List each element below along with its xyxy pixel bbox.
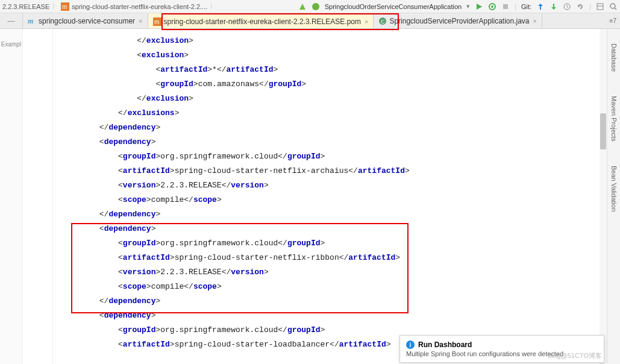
xml-tag: artifactId	[227, 65, 274, 74]
search-icon[interactable]	[609, 2, 618, 11]
editor-tabs: — m springcloud-service-consumer × m spr…	[0, 13, 620, 29]
minimize-icon[interactable]: —	[8, 17, 15, 25]
tag-end: >	[184, 51, 189, 60]
close-icon[interactable]: ×	[533, 17, 537, 25]
tag-close: </	[278, 325, 287, 334]
xml-text: spring-cloud-starter-loadbalancer	[175, 340, 330, 349]
tag-end: >	[301, 80, 306, 89]
tag-end: >	[321, 325, 325, 334]
tag-end: >	[175, 108, 180, 118]
tool-database[interactable]: Database	[610, 43, 618, 72]
xml-tag: groupId	[160, 80, 193, 89]
tag-close: </	[217, 65, 227, 74]
build-icon[interactable]	[298, 2, 307, 11]
debug-icon[interactable]	[488, 2, 496, 11]
chevron-down-icon[interactable]: ▾	[466, 2, 470, 10]
close-icon[interactable]: ×	[139, 17, 142, 25]
scrollbar-track[interactable]	[600, 29, 607, 364]
line-gutter	[23, 29, 53, 364]
xml-tag: artifactId	[348, 253, 395, 262]
stop-icon[interactable]	[501, 2, 510, 11]
breadcrumb-item[interactable]: 2.2.3.RELEASE	[2, 3, 49, 10]
xml-tag: artifactId	[358, 166, 405, 175]
xml-tag: artifactId	[123, 166, 170, 175]
tag-close: </	[118, 108, 128, 118]
overflow-indicator[interactable]: ≡7	[610, 17, 616, 24]
tag-end: >	[321, 239, 325, 248]
svg-rect-5	[503, 4, 508, 9]
xml-tag: dependency	[104, 137, 151, 146]
xml-tag: dependency	[104, 311, 151, 320]
notification-popup[interactable]: i Run Dashboard Multiple Spring Boot run…	[399, 335, 604, 363]
tag-end: >	[151, 311, 156, 320]
tag-end: >	[405, 166, 410, 175]
git-commit-icon[interactable]	[550, 2, 558, 11]
tag-close: </	[99, 123, 109, 132]
tab-consumer[interactable]: m springcloud-service-consumer ×	[23, 13, 148, 28]
xml-tag: dependency	[108, 123, 155, 132]
xml-tag: exclusion	[146, 94, 189, 103]
tag-end: >	[274, 65, 278, 74]
xml-tag: artifactId	[123, 340, 170, 349]
tag-end: >	[151, 137, 156, 146]
svg-point-9	[610, 4, 615, 8]
tab-eureka-pom[interactable]: m spring-cloud-starter-netflix-eureka-cl…	[148, 13, 374, 28]
close-icon[interactable]: ×	[365, 18, 368, 25]
notification-title: Run Dashboard	[418, 340, 472, 349]
tag-close: </	[330, 340, 339, 349]
xml-tag: artifactId	[339, 340, 386, 349]
tab-label: SpringcloudServiceProviderApplication.ja…	[389, 17, 529, 25]
project-tool-stripe[interactable]: Exampl	[0, 29, 23, 364]
git-update-icon[interactable]	[536, 2, 545, 11]
layout-icon[interactable]	[596, 2, 604, 11]
tag-open: <	[118, 282, 123, 291]
tag-open: <	[137, 51, 142, 60]
tag-end: >	[321, 152, 325, 161]
tag-open: <	[99, 224, 104, 233]
tag-end: >	[170, 253, 175, 262]
tab-provider-app[interactable]: C SpringcloudServiceProviderApplication.…	[374, 13, 542, 28]
xml-text: compile	[151, 282, 184, 291]
tag-close: </	[99, 297, 109, 306]
xml-text: *	[212, 65, 217, 74]
run-icon[interactable]	[475, 2, 483, 11]
svg-text:m: m	[62, 4, 67, 10]
xml-text: org.springframework.cloud	[160, 325, 278, 334]
xml-tag: scope	[123, 282, 146, 291]
tool-maven[interactable]: Maven Projects	[610, 96, 618, 142]
tag-close: </	[137, 94, 146, 103]
breadcrumb-item[interactable]: spring-cloud-starter-netflix-eureka-clie…	[72, 3, 207, 10]
scrollbar-thumb[interactable]	[600, 113, 606, 149]
tag-open: <	[99, 137, 104, 146]
xml-tag: version	[231, 181, 264, 190]
tag-end: >	[207, 65, 212, 74]
tag-open: <	[118, 181, 123, 190]
git-history-icon[interactable]	[563, 2, 571, 11]
tag-end: >	[193, 80, 198, 89]
svg-text:C: C	[381, 19, 385, 25]
svg-text:m: m	[154, 19, 159, 25]
tag-open: <	[118, 268, 123, 277]
tag-close: </	[339, 253, 349, 262]
tag-end: >	[264, 181, 269, 190]
xml-tag: exclusions	[128, 108, 175, 118]
svg-point-2	[312, 3, 319, 10]
git-revert-icon[interactable]	[576, 2, 584, 11]
code-editor[interactable]: </exclusion> <exclusion> <artifactId>*</…	[53, 29, 607, 364]
java-class-icon: C	[378, 17, 387, 25]
tab-label: spring-cloud-starter-netflix-eureka-clie…	[164, 17, 361, 26]
spring-boot-icon	[312, 2, 320, 11]
tag-end: >	[189, 36, 193, 45]
xml-text: spring-cloud-starter-netflix-ribbon	[175, 253, 339, 262]
tool-bean-validation[interactable]: Bean Validation	[610, 166, 618, 212]
tag-close: </	[222, 181, 231, 190]
xml-tag: scope	[193, 195, 217, 204]
run-config-name[interactable]: SpringcloudOrderServiceConsumerApplicati…	[325, 3, 462, 10]
tag-open: <	[118, 195, 123, 204]
top-toolbar: 2.2.3.RELEASE 〉 m spring-cloud-starter-n…	[0, 0, 620, 13]
chevron-right-icon: 〉	[52, 2, 58, 11]
tag-close: </	[278, 152, 287, 161]
svg-point-4	[491, 5, 493, 8]
xml-tag: scope	[193, 282, 217, 291]
right-tool-stripe: Database Maven Projects Bean Validation	[607, 29, 620, 364]
